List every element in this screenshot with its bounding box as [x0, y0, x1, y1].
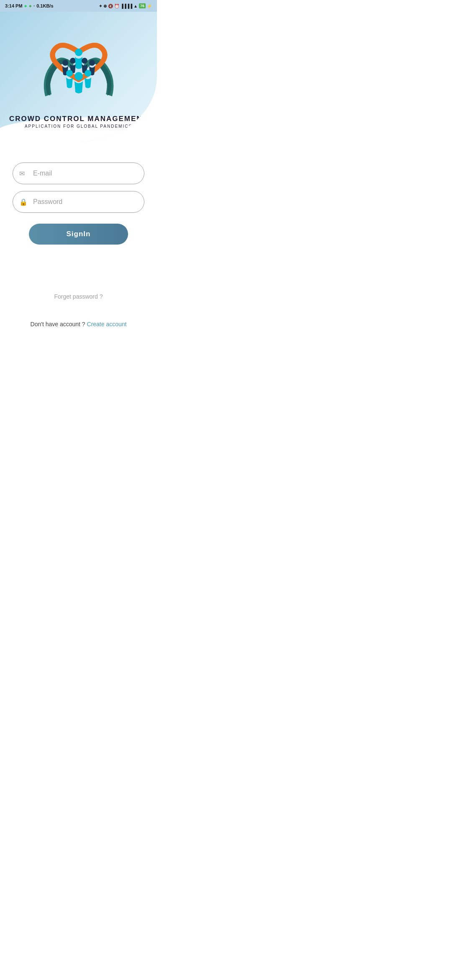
battery-indicator: 76 [139, 3, 146, 8]
status-bar: 3:14 PM ● ● · 0.1KB/s ✦ ⊕ 🔇 ⏰ ▐▐▐▐ ▲ 76 … [0, 0, 157, 12]
no-account-text: Don't have account ? [31, 321, 85, 328]
svg-point-5 [66, 70, 73, 77]
status-left: 3:14 PM ● ● · 0.1KB/s [5, 3, 54, 9]
status-right: ✦ ⊕ 🔇 ⏰ ▐▐▐▐ ▲ 76 ⚡ [99, 3, 152, 8]
bluetooth-icon: ✦ [99, 4, 102, 8]
app-title: CROWD CONTROL MANAGEMENT [9, 115, 148, 123]
svg-point-0 [62, 60, 68, 66]
signin-button[interactable]: SignIn [29, 224, 128, 245]
svg-point-7 [85, 70, 91, 77]
msg-icon: ● [29, 3, 32, 9]
signal-icon: ▐▐▐▐ [121, 4, 132, 8]
whatsapp-icon: ● [24, 3, 27, 9]
dot-separator: · [33, 3, 35, 8]
password-input[interactable] [13, 191, 144, 213]
main-content: ✉ 🔒 SignIn Forget password ? [0, 142, 157, 308]
logo-container [37, 29, 121, 113]
create-account-link[interactable]: Create account [87, 321, 127, 328]
time-display: 3:14 PM [5, 3, 23, 8]
network-speed: 0.1KB/s [36, 3, 53, 8]
header-area: CROWD CONTROL MANAGEMENT APPLICATION FOR… [0, 12, 157, 142]
svg-point-3 [82, 58, 87, 64]
forget-password-link[interactable]: Forget password ? [54, 293, 103, 300]
app-logo [37, 29, 121, 113]
bottom-section: Don't have account ? Create account [0, 321, 157, 328]
mute-icon: 🔇 [108, 4, 113, 8]
wifi-icon: ▲ [134, 4, 138, 8]
charging-icon: ⚡ [147, 4, 152, 8]
svg-point-2 [75, 49, 82, 56]
svg-point-4 [89, 60, 95, 66]
vpn-icon: ⊕ [103, 4, 107, 8]
alarm-icon: ⏰ [114, 4, 119, 8]
svg-point-1 [70, 58, 76, 64]
email-input-wrapper: ✉ [13, 162, 144, 184]
app-subtitle: APPLICATION FOR GLOBAL PANDEMICS [25, 124, 132, 129]
email-icon: ✉ [19, 170, 25, 178]
email-input[interactable] [13, 162, 144, 184]
svg-point-6 [74, 72, 83, 80]
password-input-wrapper: 🔒 [13, 191, 144, 213]
lock-icon: 🔒 [19, 198, 28, 206]
